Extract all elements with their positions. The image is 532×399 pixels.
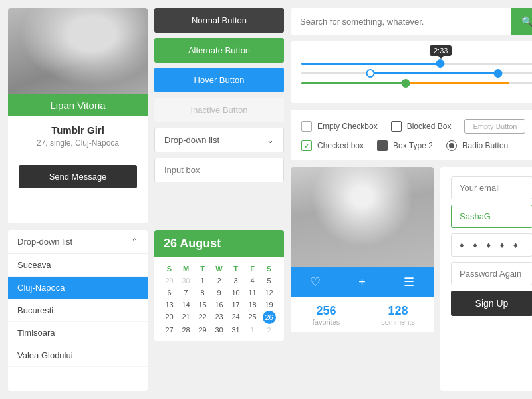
dropdown-select-label: Drop-down list <box>164 135 219 145</box>
search-input[interactable] <box>291 9 511 35</box>
send-message-button[interactable]: Send Message <box>19 165 137 188</box>
dropdown-item-timisoara[interactable]: Timisoara <box>8 322 148 344</box>
cal-day[interactable]: 9 <box>211 287 227 299</box>
signup-button[interactable]: Sign Up <box>451 291 532 316</box>
signup-card: ♦ ♦ ♦ ♦ ♦ Sign Up <box>440 167 532 391</box>
cal-day[interactable]: 15 <box>194 299 211 311</box>
photo-card: ♡ + ☰ 256 favorites 128 comments <box>291 167 434 391</box>
comments-label: comments <box>362 318 434 326</box>
cal-header-t2: T <box>227 263 244 275</box>
chevron-up-icon: ⌃ <box>131 237 138 247</box>
favorite-button[interactable]: ♡ <box>310 275 321 289</box>
cal-day[interactable]: 4 <box>244 275 261 287</box>
cal-day[interactable]: 12 <box>261 287 277 299</box>
cal-header-f: F <box>244 263 261 275</box>
password-again-field[interactable] <box>451 262 532 285</box>
dropdown-item-bucuresti[interactable]: Bucuresti <box>8 299 148 322</box>
cal-day[interactable]: 5 <box>261 275 277 287</box>
cal-day[interactable]: 20 <box>161 311 178 324</box>
calendar-header: 26 August <box>154 230 284 257</box>
dropdown-item-suceava[interactable]: Suceava <box>8 254 148 277</box>
cal-day[interactable]: 30 <box>211 324 227 336</box>
blocked-box-item[interactable]: Blocked Box <box>391 121 452 132</box>
favorites-label: favorites <box>291 318 362 326</box>
cal-day[interactable]: 30 <box>178 275 194 287</box>
profile-image <box>8 8 148 94</box>
username-field[interactable] <box>451 205 532 228</box>
cal-day[interactable]: 7 <box>178 287 194 299</box>
search-button[interactable]: 🔍 <box>511 8 532 35</box>
cal-day[interactable]: 31 <box>227 324 244 336</box>
cal-header-m: M <box>178 263 194 275</box>
profile-subtitle: 27, single, Cluj-Napoca <box>19 138 137 148</box>
input-box[interactable] <box>154 158 284 182</box>
chevron-down-icon: ⌄ <box>267 135 274 145</box>
profile-title: Tumblr Girl <box>19 124 137 136</box>
dropdown-select[interactable]: Drop-down list ⌄ <box>154 128 284 152</box>
empty-checkbox-item[interactable]: Empty Checkbox <box>301 121 378 132</box>
inactive-button: Inactive Button <box>154 98 284 122</box>
alternate-button[interactable]: Alternate Button <box>154 38 284 63</box>
empty-button-item[interactable]: Empty Button <box>464 119 525 134</box>
calendar-card: 26 August S M T W T F S 29 30 1 2 3 <box>154 230 284 341</box>
calendar-grid: S M T W T F S 29 30 1 2 3 4 5 <box>154 257 284 341</box>
cal-day[interactable]: 10 <box>227 287 244 299</box>
dropdown-header[interactable]: Drop-down list ⌃ <box>8 230 148 254</box>
cal-day[interactable]: 17 <box>227 299 244 311</box>
cal-day[interactable]: 19 <box>261 299 277 311</box>
normal-button[interactable]: Normal Button <box>154 8 284 33</box>
empty-checkbox-icon <box>301 121 312 132</box>
cal-day[interactable]: 16 <box>211 299 227 311</box>
cal-day[interactable]: 21 <box>178 311 194 324</box>
slider-green[interactable] <box>301 82 532 84</box>
cal-day[interactable]: 2 <box>211 275 227 287</box>
dropdown-item-cluj[interactable]: Cluj-Napoca <box>8 277 148 299</box>
slider-blue[interactable] <box>301 63 532 65</box>
photo-image <box>291 167 434 267</box>
sliders-card: 2:33 <box>291 41 532 103</box>
favorites-count: 256 <box>291 304 362 318</box>
cal-day[interactable]: 11 <box>244 287 261 299</box>
menu-button[interactable]: ☰ <box>404 275 414 289</box>
cal-day[interactable]: 14 <box>178 299 194 311</box>
cal-day[interactable]: 3 <box>227 275 244 287</box>
email-field[interactable] <box>451 176 532 200</box>
cal-day[interactable]: 29 <box>161 275 178 287</box>
radio-button-item[interactable]: Radio Button <box>446 140 508 151</box>
cal-day[interactable]: 22 <box>194 311 211 324</box>
comments-stat: 128 comments <box>362 297 434 332</box>
cal-day[interactable]: 13 <box>161 299 178 311</box>
empty-checkbox-label: Empty Checkbox <box>317 122 378 131</box>
dropdown-card: Drop-down list ⌃ Suceava Cluj-Napoca Buc… <box>8 230 148 392</box>
password-field[interactable]: ♦ ♦ ♦ ♦ ♦ <box>451 233 532 257</box>
dropdown-item-vg[interactable]: Valea Glodului <box>8 344 148 367</box>
checked-box-icon: ✓ <box>301 140 312 151</box>
cal-day[interactable]: 25 <box>244 311 261 324</box>
dropdown-header-label: Drop-down list <box>17 237 72 247</box>
cal-header-w: W <box>211 263 227 275</box>
buttons-column: Normal Button Alternate Button Hover But… <box>154 8 284 223</box>
cal-day[interactable]: 2 <box>261 324 277 336</box>
cal-day[interactable]: 23 <box>211 311 227 324</box>
cal-day[interactable]: 28 <box>178 324 194 336</box>
add-button[interactable]: + <box>358 275 366 289</box>
cal-day[interactable]: 1 <box>194 275 211 287</box>
calendar-section: 26 August S M T W T F S 29 30 1 2 3 <box>154 230 284 392</box>
hover-button[interactable]: Hover Button <box>154 68 284 92</box>
cal-day[interactable]: 1 <box>244 324 261 336</box>
cal-day[interactable]: 24 <box>227 311 244 324</box>
checked-box-item[interactable]: ✓ Checked box <box>301 140 364 151</box>
radio-button-icon <box>446 140 457 151</box>
box-type2-item[interactable]: Box Type 2 <box>377 140 433 151</box>
slider-multi[interactable] <box>301 72 532 74</box>
empty-outline-button[interactable]: Empty Button <box>464 119 525 134</box>
profile-name: Lipan Vitoria <box>8 94 148 116</box>
favorites-stat: 256 favorites <box>291 297 362 332</box>
cal-day[interactable]: 18 <box>244 299 261 311</box>
cal-day-today[interactable]: 26 <box>263 311 276 324</box>
cal-day[interactable]: 27 <box>161 324 178 336</box>
cal-day[interactable]: 8 <box>194 287 211 299</box>
cal-header-s1: S <box>161 263 178 275</box>
cal-day[interactable]: 29 <box>194 324 211 336</box>
cal-day[interactable]: 6 <box>161 287 178 299</box>
